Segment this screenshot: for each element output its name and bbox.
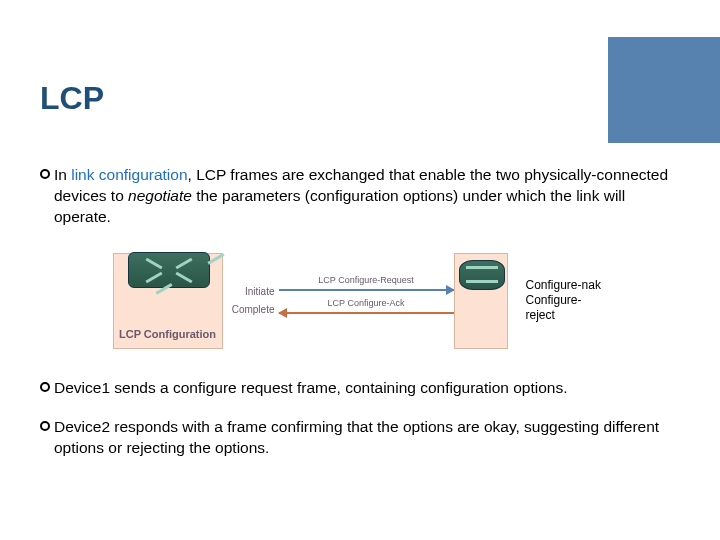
annotations: Configure-nak Configure-reject	[508, 278, 608, 323]
bullet-ring-icon	[40, 169, 50, 179]
body-bullets: Device1 sends a configure request frame,…	[40, 378, 680, 459]
bullet-ring-icon	[40, 421, 50, 431]
bullet-intro: In link configuration, LCP frames are ex…	[40, 165, 680, 228]
router-icon	[459, 260, 505, 290]
states-column: Initiate Complete	[223, 283, 279, 319]
bullet-device2: Device2 responds with a frame confirming…	[40, 417, 680, 459]
annotation-reject: Configure-reject	[526, 293, 608, 323]
configure-ack-label: LCP Configure-Ack	[279, 298, 454, 308]
arrows-area: LCP Configure-Request LCP Configure-Ack	[279, 277, 454, 325]
link-configuration-text: link configuration	[71, 166, 187, 183]
bullet-ring-icon	[40, 382, 50, 392]
slide-title: LCP	[40, 80, 680, 117]
negotiate-text: negotiate	[128, 187, 192, 204]
lcp-box-left: LCP Configuration	[113, 253, 223, 349]
bullet-device2-text: Device2 responds with a frame confirming…	[54, 417, 680, 459]
lcp-box-right	[454, 253, 508, 349]
switch-icon	[128, 252, 210, 288]
configure-request-label: LCP Configure-Request	[279, 275, 454, 285]
annotation-nak: Configure-nak	[526, 278, 608, 293]
corner-accent	[608, 37, 720, 143]
bullet-device1: Device1 sends a configure request frame,…	[40, 378, 680, 399]
arrow-left-icon	[279, 312, 454, 314]
state-initiate: Initiate	[223, 283, 275, 301]
text: In	[54, 166, 71, 183]
arrow-right-icon	[279, 289, 454, 291]
state-complete: Complete	[223, 301, 275, 319]
bullet-device1-text: Device1 sends a configure request frame,…	[54, 378, 568, 399]
diagram: LCP Configuration Initiate Complete LCP …	[40, 246, 680, 356]
bullet-intro-text: In link configuration, LCP frames are ex…	[54, 165, 680, 228]
lcp-config-label: LCP Configuration	[114, 328, 222, 340]
